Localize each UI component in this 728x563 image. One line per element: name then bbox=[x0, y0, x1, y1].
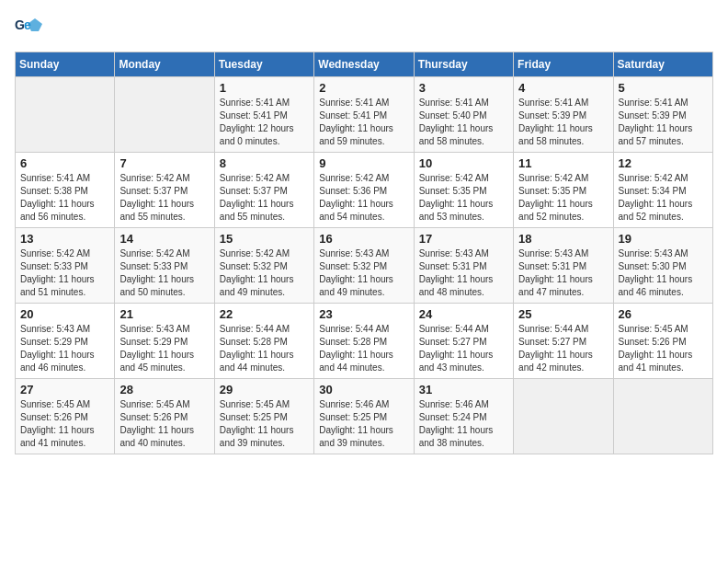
day-info: Sunrise: 5:45 AM Sunset: 5:26 PM Dayligh… bbox=[619, 324, 693, 373]
calendar-table: SundayMondayTuesdayWednesdayThursdayFrid… bbox=[15, 52, 713, 454]
day-info: Sunrise: 5:45 AM Sunset: 5:25 PM Dayligh… bbox=[220, 399, 294, 448]
calendar-week-row: 27Sunrise: 5:45 AM Sunset: 5:26 PM Dayli… bbox=[16, 379, 713, 454]
day-info: Sunrise: 5:41 AM Sunset: 5:38 PM Dayligh… bbox=[20, 173, 95, 222]
day-number: 4 bbox=[518, 81, 608, 95]
calendar-cell: 31Sunrise: 5:46 AM Sunset: 5:24 PM Dayli… bbox=[414, 379, 513, 454]
calendar-cell: 23Sunrise: 5:44 AM Sunset: 5:28 PM Dayli… bbox=[314, 304, 414, 379]
day-number: 1 bbox=[220, 81, 309, 95]
day-number: 16 bbox=[319, 232, 408, 246]
calendar-week-row: 13Sunrise: 5:42 AM Sunset: 5:33 PM Dayli… bbox=[16, 228, 713, 304]
day-info: Sunrise: 5:42 AM Sunset: 5:33 PM Dayligh… bbox=[119, 248, 194, 297]
day-info: Sunrise: 5:41 AM Sunset: 5:40 PM Dayligh… bbox=[419, 98, 494, 146]
day-number: 29 bbox=[220, 383, 309, 396]
day-number: 23 bbox=[319, 307, 408, 321]
calendar-cell: 21Sunrise: 5:43 AM Sunset: 5:29 PM Dayli… bbox=[115, 304, 214, 379]
calendar-cell: 14Sunrise: 5:42 AM Sunset: 5:33 PM Dayli… bbox=[115, 228, 214, 304]
day-header-saturday: Saturday bbox=[613, 52, 712, 77]
calendar-cell: 5Sunrise: 5:41 AM Sunset: 5:39 PM Daylig… bbox=[613, 77, 712, 153]
calendar-cell: 22Sunrise: 5:44 AM Sunset: 5:28 PM Dayli… bbox=[214, 304, 313, 379]
calendar-cell: 2Sunrise: 5:41 AM Sunset: 5:41 PM Daylig… bbox=[314, 77, 414, 153]
day-info: Sunrise: 5:41 AM Sunset: 5:41 PM Dayligh… bbox=[220, 98, 294, 146]
day-info: Sunrise: 5:41 AM Sunset: 5:39 PM Dayligh… bbox=[619, 98, 693, 146]
calendar-cell bbox=[514, 379, 613, 454]
calendar-cell: 25Sunrise: 5:44 AM Sunset: 5:27 PM Dayli… bbox=[514, 304, 613, 379]
day-info: Sunrise: 5:42 AM Sunset: 5:32 PM Dayligh… bbox=[220, 248, 294, 297]
calendar-cell: 18Sunrise: 5:43 AM Sunset: 5:31 PM Dayli… bbox=[514, 228, 613, 304]
calendar-cell: 19Sunrise: 5:43 AM Sunset: 5:30 PM Dayli… bbox=[613, 228, 712, 304]
day-info: Sunrise: 5:42 AM Sunset: 5:34 PM Dayligh… bbox=[619, 173, 693, 222]
calendar-cell: 20Sunrise: 5:43 AM Sunset: 5:29 PM Dayli… bbox=[16, 304, 115, 379]
day-number: 15 bbox=[220, 232, 309, 246]
calendar-cell: 4Sunrise: 5:41 AM Sunset: 5:39 PM Daylig… bbox=[514, 77, 613, 153]
day-info: Sunrise: 5:45 AM Sunset: 5:26 PM Dayligh… bbox=[119, 399, 194, 448]
day-number: 5 bbox=[619, 81, 708, 95]
day-number: 19 bbox=[619, 232, 708, 246]
logo-icon: G e bbox=[15, 15, 42, 42]
calendar-cell bbox=[16, 77, 115, 153]
day-info: Sunrise: 5:43 AM Sunset: 5:29 PM Dayligh… bbox=[119, 324, 194, 373]
day-info: Sunrise: 5:45 AM Sunset: 5:26 PM Dayligh… bbox=[20, 399, 95, 448]
day-info: Sunrise: 5:44 AM Sunset: 5:28 PM Dayligh… bbox=[319, 324, 393, 373]
calendar-week-row: 20Sunrise: 5:43 AM Sunset: 5:29 PM Dayli… bbox=[16, 304, 713, 379]
day-number: 2 bbox=[319, 81, 408, 95]
calendar-cell: 13Sunrise: 5:42 AM Sunset: 5:33 PM Dayli… bbox=[16, 228, 115, 304]
day-number: 28 bbox=[119, 383, 209, 396]
calendar-cell: 16Sunrise: 5:43 AM Sunset: 5:32 PM Dayli… bbox=[314, 228, 414, 304]
logo: G e bbox=[15, 15, 46, 42]
calendar-cell: 9Sunrise: 5:42 AM Sunset: 5:36 PM Daylig… bbox=[314, 153, 414, 228]
day-number: 24 bbox=[419, 307, 508, 321]
day-number: 11 bbox=[518, 156, 608, 170]
day-info: Sunrise: 5:43 AM Sunset: 5:29 PM Dayligh… bbox=[20, 324, 95, 373]
day-info: Sunrise: 5:44 AM Sunset: 5:27 PM Dayligh… bbox=[518, 324, 593, 373]
day-number: 25 bbox=[518, 307, 608, 321]
day-number: 8 bbox=[220, 156, 309, 170]
day-info: Sunrise: 5:43 AM Sunset: 5:31 PM Dayligh… bbox=[518, 248, 593, 297]
day-number: 26 bbox=[619, 307, 708, 321]
calendar-cell: 3Sunrise: 5:41 AM Sunset: 5:40 PM Daylig… bbox=[414, 77, 513, 153]
day-number: 17 bbox=[419, 232, 508, 246]
calendar-cell: 1Sunrise: 5:41 AM Sunset: 5:41 PM Daylig… bbox=[214, 77, 313, 153]
day-info: Sunrise: 5:46 AM Sunset: 5:25 PM Dayligh… bbox=[319, 399, 393, 448]
calendar-cell: 8Sunrise: 5:42 AM Sunset: 5:37 PM Daylig… bbox=[214, 153, 313, 228]
day-info: Sunrise: 5:42 AM Sunset: 5:37 PM Dayligh… bbox=[119, 173, 194, 222]
calendar-cell: 12Sunrise: 5:42 AM Sunset: 5:34 PM Dayli… bbox=[613, 153, 712, 228]
calendar-cell bbox=[115, 77, 214, 153]
calendar-cell: 10Sunrise: 5:42 AM Sunset: 5:35 PM Dayli… bbox=[414, 153, 513, 228]
day-header-friday: Friday bbox=[514, 52, 613, 77]
day-number: 10 bbox=[419, 156, 508, 170]
day-header-monday: Monday bbox=[115, 52, 214, 77]
day-header-sunday: Sunday bbox=[16, 52, 115, 77]
calendar-cell: 28Sunrise: 5:45 AM Sunset: 5:26 PM Dayli… bbox=[115, 379, 214, 454]
calendar-cell: 17Sunrise: 5:43 AM Sunset: 5:31 PM Dayli… bbox=[414, 228, 513, 304]
calendar-cell: 26Sunrise: 5:45 AM Sunset: 5:26 PM Dayli… bbox=[613, 304, 712, 379]
day-number: 14 bbox=[119, 232, 209, 246]
calendar-cell: 24Sunrise: 5:44 AM Sunset: 5:27 PM Dayli… bbox=[414, 304, 513, 379]
day-info: Sunrise: 5:44 AM Sunset: 5:27 PM Dayligh… bbox=[419, 324, 494, 373]
calendar-header-row: SundayMondayTuesdayWednesdayThursdayFrid… bbox=[16, 52, 713, 77]
calendar-week-row: 6Sunrise: 5:41 AM Sunset: 5:38 PM Daylig… bbox=[16, 153, 713, 228]
calendar-cell: 6Sunrise: 5:41 AM Sunset: 5:38 PM Daylig… bbox=[16, 153, 115, 228]
calendar-cell: 27Sunrise: 5:45 AM Sunset: 5:26 PM Dayli… bbox=[16, 379, 115, 454]
day-number: 12 bbox=[619, 156, 708, 170]
day-info: Sunrise: 5:41 AM Sunset: 5:41 PM Dayligh… bbox=[319, 98, 393, 146]
day-number: 13 bbox=[20, 232, 109, 246]
day-info: Sunrise: 5:41 AM Sunset: 5:39 PM Dayligh… bbox=[518, 98, 593, 146]
day-info: Sunrise: 5:42 AM Sunset: 5:36 PM Dayligh… bbox=[319, 173, 393, 222]
calendar-cell bbox=[613, 379, 712, 454]
day-number: 20 bbox=[20, 307, 109, 321]
day-number: 30 bbox=[319, 383, 408, 396]
day-info: Sunrise: 5:42 AM Sunset: 5:35 PM Dayligh… bbox=[419, 173, 494, 222]
calendar-cell: 29Sunrise: 5:45 AM Sunset: 5:25 PM Dayli… bbox=[214, 379, 313, 454]
calendar-cell: 11Sunrise: 5:42 AM Sunset: 5:35 PM Dayli… bbox=[514, 153, 613, 228]
day-header-tuesday: Tuesday bbox=[214, 52, 313, 77]
day-number: 31 bbox=[419, 383, 508, 396]
day-number: 6 bbox=[20, 156, 109, 170]
day-info: Sunrise: 5:46 AM Sunset: 5:24 PM Dayligh… bbox=[419, 399, 494, 448]
day-number: 7 bbox=[119, 156, 209, 170]
day-number: 21 bbox=[119, 307, 209, 321]
day-number: 22 bbox=[220, 307, 309, 321]
day-info: Sunrise: 5:43 AM Sunset: 5:32 PM Dayligh… bbox=[319, 248, 393, 297]
calendar-cell: 15Sunrise: 5:42 AM Sunset: 5:32 PM Dayli… bbox=[214, 228, 313, 304]
day-number: 3 bbox=[419, 81, 508, 95]
page-header: G e bbox=[15, 15, 713, 42]
